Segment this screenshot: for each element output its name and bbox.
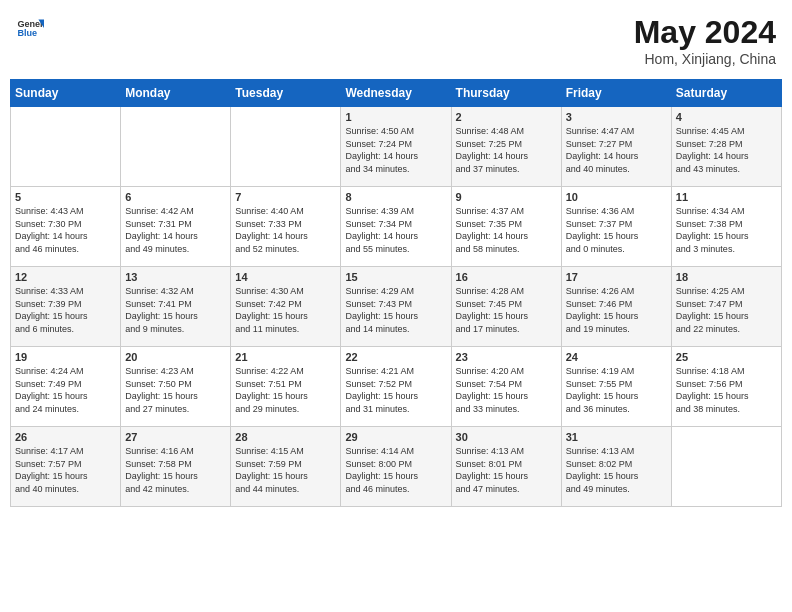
calendar-cell: 16Sunrise: 4:28 AM Sunset: 7:45 PM Dayli… [451, 267, 561, 347]
day-info: Sunrise: 4:16 AM Sunset: 7:58 PM Dayligh… [125, 445, 226, 495]
day-info: Sunrise: 4:36 AM Sunset: 7:37 PM Dayligh… [566, 205, 667, 255]
day-info: Sunrise: 4:13 AM Sunset: 8:01 PM Dayligh… [456, 445, 557, 495]
day-info: Sunrise: 4:23 AM Sunset: 7:50 PM Dayligh… [125, 365, 226, 415]
day-info: Sunrise: 4:25 AM Sunset: 7:47 PM Dayligh… [676, 285, 777, 335]
day-number: 16 [456, 271, 557, 283]
day-of-week-friday: Friday [561, 80, 671, 107]
day-of-week-wednesday: Wednesday [341, 80, 451, 107]
day-number: 11 [676, 191, 777, 203]
day-info: Sunrise: 4:24 AM Sunset: 7:49 PM Dayligh… [15, 365, 116, 415]
day-number: 30 [456, 431, 557, 443]
calendar-table: SundayMondayTuesdayWednesdayThursdayFrid… [10, 79, 782, 507]
day-of-week-sunday: Sunday [11, 80, 121, 107]
week-row-4: 19Sunrise: 4:24 AM Sunset: 7:49 PM Dayli… [11, 347, 782, 427]
calendar-cell: 31Sunrise: 4:13 AM Sunset: 8:02 PM Dayli… [561, 427, 671, 507]
day-number: 6 [125, 191, 226, 203]
day-number: 24 [566, 351, 667, 363]
location: Hom, Xinjiang, China [634, 51, 776, 67]
day-info: Sunrise: 4:18 AM Sunset: 7:56 PM Dayligh… [676, 365, 777, 415]
day-info: Sunrise: 4:45 AM Sunset: 7:28 PM Dayligh… [676, 125, 777, 175]
day-info: Sunrise: 4:39 AM Sunset: 7:34 PM Dayligh… [345, 205, 446, 255]
calendar-header: SundayMondayTuesdayWednesdayThursdayFrid… [11, 80, 782, 107]
day-number: 28 [235, 431, 336, 443]
day-of-week-monday: Monday [121, 80, 231, 107]
day-info: Sunrise: 4:22 AM Sunset: 7:51 PM Dayligh… [235, 365, 336, 415]
calendar-cell: 11Sunrise: 4:34 AM Sunset: 7:38 PM Dayli… [671, 187, 781, 267]
day-info: Sunrise: 4:29 AM Sunset: 7:43 PM Dayligh… [345, 285, 446, 335]
day-info: Sunrise: 4:15 AM Sunset: 7:59 PM Dayligh… [235, 445, 336, 495]
day-number: 3 [566, 111, 667, 123]
day-info: Sunrise: 4:17 AM Sunset: 7:57 PM Dayligh… [15, 445, 116, 495]
calendar-cell: 28Sunrise: 4:15 AM Sunset: 7:59 PM Dayli… [231, 427, 341, 507]
day-number: 19 [15, 351, 116, 363]
calendar-cell: 2Sunrise: 4:48 AM Sunset: 7:25 PM Daylig… [451, 107, 561, 187]
day-number: 2 [456, 111, 557, 123]
day-of-week-tuesday: Tuesday [231, 80, 341, 107]
day-info: Sunrise: 4:30 AM Sunset: 7:42 PM Dayligh… [235, 285, 336, 335]
day-number: 13 [125, 271, 226, 283]
day-number: 7 [235, 191, 336, 203]
day-number: 15 [345, 271, 446, 283]
day-number: 18 [676, 271, 777, 283]
day-number: 8 [345, 191, 446, 203]
day-info: Sunrise: 4:28 AM Sunset: 7:45 PM Dayligh… [456, 285, 557, 335]
day-info: Sunrise: 4:40 AM Sunset: 7:33 PM Dayligh… [235, 205, 336, 255]
calendar-cell [231, 107, 341, 187]
calendar-cell: 21Sunrise: 4:22 AM Sunset: 7:51 PM Dayli… [231, 347, 341, 427]
calendar-cell: 26Sunrise: 4:17 AM Sunset: 7:57 PM Dayli… [11, 427, 121, 507]
day-number: 26 [15, 431, 116, 443]
calendar-cell: 30Sunrise: 4:13 AM Sunset: 8:01 PM Dayli… [451, 427, 561, 507]
day-number: 1 [345, 111, 446, 123]
calendar-cell: 27Sunrise: 4:16 AM Sunset: 7:58 PM Dayli… [121, 427, 231, 507]
calendar-cell: 17Sunrise: 4:26 AM Sunset: 7:46 PM Dayli… [561, 267, 671, 347]
calendar-cell: 6Sunrise: 4:42 AM Sunset: 7:31 PM Daylig… [121, 187, 231, 267]
calendar-cell: 20Sunrise: 4:23 AM Sunset: 7:50 PM Dayli… [121, 347, 231, 427]
calendar-cell: 15Sunrise: 4:29 AM Sunset: 7:43 PM Dayli… [341, 267, 451, 347]
calendar-cell: 7Sunrise: 4:40 AM Sunset: 7:33 PM Daylig… [231, 187, 341, 267]
calendar-cell: 8Sunrise: 4:39 AM Sunset: 7:34 PM Daylig… [341, 187, 451, 267]
calendar-cell: 25Sunrise: 4:18 AM Sunset: 7:56 PM Dayli… [671, 347, 781, 427]
day-info: Sunrise: 4:43 AM Sunset: 7:30 PM Dayligh… [15, 205, 116, 255]
title-block: May 2024 Hom, Xinjiang, China [634, 14, 776, 67]
calendar-cell [671, 427, 781, 507]
calendar-cell: 13Sunrise: 4:32 AM Sunset: 7:41 PM Dayli… [121, 267, 231, 347]
svg-text:Blue: Blue [17, 28, 37, 38]
day-number: 20 [125, 351, 226, 363]
day-info: Sunrise: 4:47 AM Sunset: 7:27 PM Dayligh… [566, 125, 667, 175]
day-info: Sunrise: 4:20 AM Sunset: 7:54 PM Dayligh… [456, 365, 557, 415]
calendar-cell: 3Sunrise: 4:47 AM Sunset: 7:27 PM Daylig… [561, 107, 671, 187]
day-info: Sunrise: 4:37 AM Sunset: 7:35 PM Dayligh… [456, 205, 557, 255]
page-header: General Blue May 2024 Hom, Xinjiang, Chi… [10, 10, 782, 71]
day-of-week-saturday: Saturday [671, 80, 781, 107]
week-row-1: 1Sunrise: 4:50 AM Sunset: 7:24 PM Daylig… [11, 107, 782, 187]
calendar-cell: 5Sunrise: 4:43 AM Sunset: 7:30 PM Daylig… [11, 187, 121, 267]
day-info: Sunrise: 4:50 AM Sunset: 7:24 PM Dayligh… [345, 125, 446, 175]
calendar-cell: 4Sunrise: 4:45 AM Sunset: 7:28 PM Daylig… [671, 107, 781, 187]
day-info: Sunrise: 4:32 AM Sunset: 7:41 PM Dayligh… [125, 285, 226, 335]
calendar-cell: 10Sunrise: 4:36 AM Sunset: 7:37 PM Dayli… [561, 187, 671, 267]
calendar-cell [11, 107, 121, 187]
week-row-5: 26Sunrise: 4:17 AM Sunset: 7:57 PM Dayli… [11, 427, 782, 507]
day-number: 17 [566, 271, 667, 283]
day-of-week-thursday: Thursday [451, 80, 561, 107]
calendar-cell: 29Sunrise: 4:14 AM Sunset: 8:00 PM Dayli… [341, 427, 451, 507]
day-info: Sunrise: 4:19 AM Sunset: 7:55 PM Dayligh… [566, 365, 667, 415]
calendar-cell: 23Sunrise: 4:20 AM Sunset: 7:54 PM Dayli… [451, 347, 561, 427]
calendar-cell: 19Sunrise: 4:24 AM Sunset: 7:49 PM Dayli… [11, 347, 121, 427]
logo: General Blue [16, 14, 48, 42]
day-number: 5 [15, 191, 116, 203]
days-of-week-row: SundayMondayTuesdayWednesdayThursdayFrid… [11, 80, 782, 107]
day-info: Sunrise: 4:48 AM Sunset: 7:25 PM Dayligh… [456, 125, 557, 175]
day-info: Sunrise: 4:26 AM Sunset: 7:46 PM Dayligh… [566, 285, 667, 335]
calendar-cell: 22Sunrise: 4:21 AM Sunset: 7:52 PM Dayli… [341, 347, 451, 427]
day-number: 23 [456, 351, 557, 363]
day-info: Sunrise: 4:33 AM Sunset: 7:39 PM Dayligh… [15, 285, 116, 335]
day-number: 10 [566, 191, 667, 203]
day-number: 14 [235, 271, 336, 283]
day-number: 31 [566, 431, 667, 443]
week-row-3: 12Sunrise: 4:33 AM Sunset: 7:39 PM Dayli… [11, 267, 782, 347]
day-number: 21 [235, 351, 336, 363]
day-info: Sunrise: 4:42 AM Sunset: 7:31 PM Dayligh… [125, 205, 226, 255]
day-info: Sunrise: 4:14 AM Sunset: 8:00 PM Dayligh… [345, 445, 446, 495]
day-number: 22 [345, 351, 446, 363]
